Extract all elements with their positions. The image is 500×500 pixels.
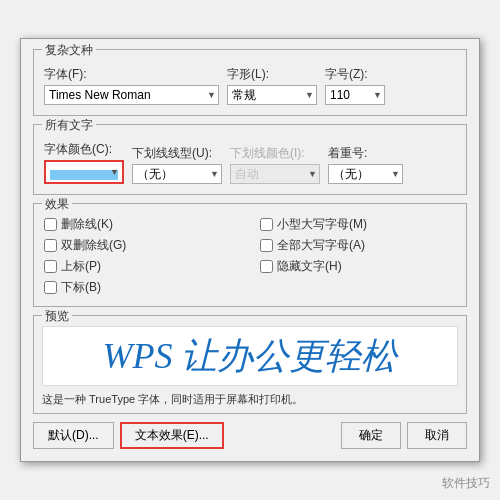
font-name-select-wrapper: Times New Roman Arial SimSun ▼ <box>44 85 219 105</box>
font-color-field: 字体颜色(C): ▼ <box>44 141 124 184</box>
underline-type-select[interactable]: （无） 单线 双线 <box>132 164 222 184</box>
all-caps-checkbox[interactable] <box>260 239 273 252</box>
buttons-right: 确定 取消 <box>341 422 467 449</box>
preview-note: 这是一种 TrueType 字体，同时适用于屏幕和打印机。 <box>34 392 466 413</box>
font-size-select-wrapper: 110 72 48 36 24 ▼ <box>325 85 385 105</box>
cancel-button[interactable]: 取消 <box>407 422 467 449</box>
effect-small-caps: 小型大写字母(M) <box>260 216 456 233</box>
buttons-row: 默认(D)... 文本效果(E)... 确定 取消 <box>33 422 467 449</box>
all-caps-label[interactable]: 全部大写字母(A) <box>277 237 365 254</box>
underline-color-field: 下划线颜色(I): 自动 ▼ <box>230 145 320 184</box>
subscript-label[interactable]: 下标(B) <box>61 279 101 296</box>
emphasis-field: 着重号: （无） 着重号 ▼ <box>328 145 403 184</box>
preview-label: 预览 <box>42 308 72 325</box>
font-style-select-wrapper: 常规 倾斜 加粗 ▼ <box>227 85 317 105</box>
all-text-group: 所有文字 字体颜色(C): ▼ 下划线线型(U): （无） 单线 双线 <box>33 124 467 195</box>
double-strikethrough-checkbox[interactable] <box>44 239 57 252</box>
underline-color-select[interactable]: 自动 <box>230 164 320 184</box>
effect-double-strikethrough: 双删除线(G) <box>44 237 240 254</box>
effect-strikethrough: 删除线(K) <box>44 216 240 233</box>
preview-content: WPS 让办公更轻松 <box>42 326 458 386</box>
small-caps-label[interactable]: 小型大写字母(M) <box>277 216 367 233</box>
strikethrough-checkbox[interactable] <box>44 218 57 231</box>
preview-group: 预览 WPS 让办公更轻松 这是一种 TrueType 字体，同时适用于屏幕和打… <box>33 315 467 414</box>
font-size-field: 字号(Z): 110 72 48 36 24 ▼ <box>325 66 385 105</box>
hidden-label[interactable]: 隐藏文字(H) <box>277 258 342 275</box>
color-swatch <box>50 170 118 180</box>
font-style-label: 字形(L): <box>227 66 317 83</box>
hidden-checkbox[interactable] <box>260 260 273 273</box>
emphasis-select-wrapper: （无） 着重号 ▼ <box>328 164 403 184</box>
underline-type-label: 下划线线型(U): <box>132 145 222 162</box>
watermark: 软件技巧 <box>442 475 490 492</box>
underline-type-field: 下划线线型(U): （无） 单线 双线 ▼ <box>132 145 222 184</box>
superscript-label[interactable]: 上标(P) <box>61 258 101 275</box>
subscript-checkbox[interactable] <box>44 281 57 294</box>
complex-font-group: 复杂文种 字体(F): Times New Roman Arial SimSun… <box>33 49 467 116</box>
strikethrough-label[interactable]: 删除线(K) <box>61 216 113 233</box>
effect-superscript: 上标(P) <box>44 258 240 275</box>
buttons-left: 默认(D)... 文本效果(E)... <box>33 422 224 449</box>
emphasis-select[interactable]: （无） 着重号 <box>328 164 403 184</box>
text-effect-button[interactable]: 文本效果(E)... <box>120 422 224 449</box>
font-name-label: 字体(F): <box>44 66 219 83</box>
ok-button[interactable]: 确定 <box>341 422 401 449</box>
font-size-select[interactable]: 110 72 48 36 24 <box>325 85 385 105</box>
emphasis-label: 着重号: <box>328 145 403 162</box>
effect-all-caps: 全部大写字母(A) <box>260 237 456 254</box>
effects-group: 效果 删除线(K) 小型大写字母(M) 双删除线(G) 全部大写字母(A) 上标… <box>33 203 467 307</box>
font-name-field: 字体(F): Times New Roman Arial SimSun ▼ <box>44 66 219 105</box>
font-dialog: 复杂文种 字体(F): Times New Roman Arial SimSun… <box>20 38 480 462</box>
all-text-label: 所有文字 <box>42 117 96 134</box>
preview-text: WPS 让办公更轻松 <box>103 332 398 381</box>
font-name-select[interactable]: Times New Roman Arial SimSun <box>44 85 219 105</box>
double-strikethrough-label[interactable]: 双删除线(G) <box>61 237 126 254</box>
effect-subscript: 下标(B) <box>44 279 240 296</box>
color-dropdown-arrow-icon: ▼ <box>110 167 119 177</box>
default-button[interactable]: 默认(D)... <box>33 422 114 449</box>
effect-hidden: 隐藏文字(H) <box>260 258 456 275</box>
complex-font-label: 复杂文种 <box>42 42 96 59</box>
effects-grid: 删除线(K) 小型大写字母(M) 双删除线(G) 全部大写字母(A) 上标(P)… <box>44 216 456 296</box>
small-caps-checkbox[interactable] <box>260 218 273 231</box>
font-color-label: 字体颜色(C): <box>44 141 124 158</box>
underline-color-label: 下划线颜色(I): <box>230 145 320 162</box>
font-size-label: 字号(Z): <box>325 66 385 83</box>
font-style-field: 字形(L): 常规 倾斜 加粗 ▼ <box>227 66 317 105</box>
font-style-select[interactable]: 常规 倾斜 加粗 <box>227 85 317 105</box>
underline-type-select-wrapper: （无） 单线 双线 ▼ <box>132 164 222 184</box>
superscript-checkbox[interactable] <box>44 260 57 273</box>
effects-label: 效果 <box>42 196 72 213</box>
font-color-button[interactable]: ▼ <box>44 160 124 184</box>
underline-color-select-wrapper: 自动 ▼ <box>230 164 320 184</box>
